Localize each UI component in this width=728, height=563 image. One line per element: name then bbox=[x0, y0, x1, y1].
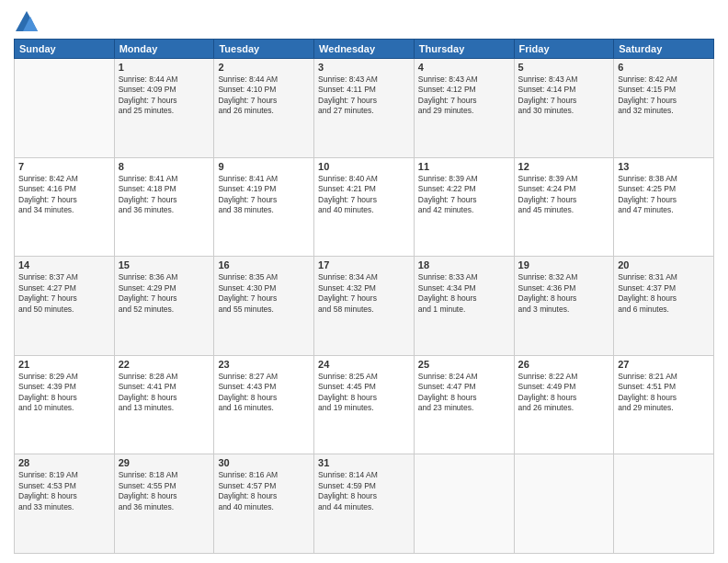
calendar-cell: 22Sunrise: 8:28 AM Sunset: 4:41 PM Dayli… bbox=[114, 355, 214, 454]
calendar-cell: 18Sunrise: 8:33 AM Sunset: 4:34 PM Dayli… bbox=[414, 257, 514, 356]
calendar-cell: 29Sunrise: 8:18 AM Sunset: 4:55 PM Dayli… bbox=[114, 454, 214, 554]
cell-info: Sunrise: 8:29 AM Sunset: 4:39 PM Dayligh… bbox=[18, 372, 110, 414]
calendar-cell: 8Sunrise: 8:41 AM Sunset: 4:18 PM Daylig… bbox=[114, 157, 214, 257]
header bbox=[14, 9, 714, 35]
cell-info: Sunrise: 8:43 AM Sunset: 4:14 PM Dayligh… bbox=[518, 75, 610, 117]
day-header-monday: Monday bbox=[114, 40, 214, 59]
calendar-cell: 20Sunrise: 8:31 AM Sunset: 4:37 PM Dayli… bbox=[614, 257, 714, 356]
cell-info: Sunrise: 8:25 AM Sunset: 4:45 PM Dayligh… bbox=[318, 372, 410, 414]
day-number: 7 bbox=[18, 161, 110, 172]
calendar-cell: 19Sunrise: 8:32 AM Sunset: 4:36 PM Dayli… bbox=[514, 257, 614, 356]
calendar-week-row: 14Sunrise: 8:37 AM Sunset: 4:27 PM Dayli… bbox=[15, 257, 714, 356]
day-header-tuesday: Tuesday bbox=[214, 40, 314, 59]
day-number: 14 bbox=[18, 259, 110, 270]
cell-info: Sunrise: 8:31 AM Sunset: 4:37 PM Dayligh… bbox=[618, 272, 710, 315]
calendar-cell: 13Sunrise: 8:38 AM Sunset: 4:25 PM Dayli… bbox=[614, 157, 714, 257]
day-header-friday: Friday bbox=[514, 40, 614, 59]
cell-info: Sunrise: 8:36 AM Sunset: 4:29 PM Dayligh… bbox=[119, 272, 210, 315]
cell-info: Sunrise: 8:22 AM Sunset: 4:49 PM Dayligh… bbox=[518, 372, 610, 414]
calendar-cell: 2Sunrise: 8:44 AM Sunset: 4:10 PM Daylig… bbox=[214, 59, 314, 158]
cell-info: Sunrise: 8:16 AM Sunset: 4:57 PM Dayligh… bbox=[218, 470, 310, 512]
calendar-cell bbox=[514, 454, 614, 554]
calendar-cell bbox=[414, 454, 514, 554]
day-number: 16 bbox=[218, 259, 310, 270]
cell-info: Sunrise: 8:41 AM Sunset: 4:19 PM Dayligh… bbox=[218, 174, 310, 216]
cell-info: Sunrise: 8:24 AM Sunset: 4:47 PM Dayligh… bbox=[418, 372, 510, 414]
day-header-wednesday: Wednesday bbox=[314, 40, 415, 59]
day-number: 31 bbox=[318, 457, 410, 468]
day-number: 27 bbox=[618, 359, 710, 370]
cell-info: Sunrise: 8:43 AM Sunset: 4:11 PM Dayligh… bbox=[318, 75, 410, 117]
day-number: 22 bbox=[119, 359, 210, 370]
day-number: 5 bbox=[518, 62, 610, 73]
day-number: 12 bbox=[518, 161, 610, 172]
calendar-cell: 4Sunrise: 8:43 AM Sunset: 4:12 PM Daylig… bbox=[414, 59, 514, 158]
day-number: 10 bbox=[318, 161, 410, 172]
calendar-cell: 28Sunrise: 8:19 AM Sunset: 4:53 PM Dayli… bbox=[15, 454, 115, 554]
calendar-week-row: 28Sunrise: 8:19 AM Sunset: 4:53 PM Dayli… bbox=[15, 454, 714, 554]
day-number: 29 bbox=[119, 457, 210, 468]
cell-info: Sunrise: 8:38 AM Sunset: 4:25 PM Dayligh… bbox=[618, 174, 710, 216]
cell-info: Sunrise: 8:44 AM Sunset: 4:09 PM Dayligh… bbox=[119, 75, 210, 117]
day-number: 3 bbox=[318, 62, 410, 73]
day-number: 2 bbox=[218, 62, 310, 73]
day-number: 30 bbox=[218, 457, 310, 468]
calendar-week-row: 7Sunrise: 8:42 AM Sunset: 4:16 PM Daylig… bbox=[15, 157, 714, 257]
cell-info: Sunrise: 8:33 AM Sunset: 4:34 PM Dayligh… bbox=[418, 272, 510, 315]
cell-info: Sunrise: 8:32 AM Sunset: 4:36 PM Dayligh… bbox=[518, 272, 610, 315]
calendar-cell bbox=[15, 59, 115, 158]
calendar-cell: 11Sunrise: 8:39 AM Sunset: 4:22 PM Dayli… bbox=[414, 157, 514, 257]
cell-info: Sunrise: 8:28 AM Sunset: 4:41 PM Dayligh… bbox=[119, 372, 210, 414]
day-number: 13 bbox=[618, 161, 710, 172]
calendar-cell: 6Sunrise: 8:42 AM Sunset: 4:15 PM Daylig… bbox=[614, 59, 714, 158]
calendar-cell: 23Sunrise: 8:27 AM Sunset: 4:43 PM Dayli… bbox=[214, 355, 314, 454]
day-number: 26 bbox=[518, 359, 610, 370]
day-number: 23 bbox=[218, 359, 310, 370]
cell-info: Sunrise: 8:39 AM Sunset: 4:22 PM Dayligh… bbox=[418, 174, 510, 216]
cell-info: Sunrise: 8:19 AM Sunset: 4:53 PM Dayligh… bbox=[18, 470, 110, 512]
day-number: 18 bbox=[418, 259, 510, 270]
cell-info: Sunrise: 8:27 AM Sunset: 4:43 PM Dayligh… bbox=[218, 372, 310, 414]
calendar-cell: 12Sunrise: 8:39 AM Sunset: 4:24 PM Dayli… bbox=[514, 157, 614, 257]
calendar-header-row: SundayMondayTuesdayWednesdayThursdayFrid… bbox=[15, 40, 714, 59]
calendar-cell: 26Sunrise: 8:22 AM Sunset: 4:49 PM Dayli… bbox=[514, 355, 614, 454]
day-header-thursday: Thursday bbox=[414, 40, 514, 59]
calendar-cell: 24Sunrise: 8:25 AM Sunset: 4:45 PM Dayli… bbox=[314, 355, 415, 454]
day-number: 8 bbox=[119, 161, 210, 172]
cell-info: Sunrise: 8:35 AM Sunset: 4:30 PM Dayligh… bbox=[218, 272, 310, 315]
calendar-cell: 15Sunrise: 8:36 AM Sunset: 4:29 PM Dayli… bbox=[114, 257, 214, 356]
cell-info: Sunrise: 8:44 AM Sunset: 4:10 PM Dayligh… bbox=[218, 75, 310, 117]
cell-info: Sunrise: 8:40 AM Sunset: 4:21 PM Dayligh… bbox=[318, 174, 410, 216]
day-header-saturday: Saturday bbox=[614, 40, 714, 59]
calendar-week-row: 21Sunrise: 8:29 AM Sunset: 4:39 PM Dayli… bbox=[15, 355, 714, 454]
calendar-cell: 31Sunrise: 8:14 AM Sunset: 4:59 PM Dayli… bbox=[314, 454, 415, 554]
cell-info: Sunrise: 8:14 AM Sunset: 4:59 PM Dayligh… bbox=[318, 470, 410, 512]
calendar-cell bbox=[614, 454, 714, 554]
day-number: 15 bbox=[119, 259, 210, 270]
cell-info: Sunrise: 8:18 AM Sunset: 4:55 PM Dayligh… bbox=[119, 470, 210, 512]
day-number: 4 bbox=[418, 62, 510, 73]
calendar-cell: 1Sunrise: 8:44 AM Sunset: 4:09 PM Daylig… bbox=[114, 59, 214, 158]
calendar-cell: 21Sunrise: 8:29 AM Sunset: 4:39 PM Dayli… bbox=[15, 355, 115, 454]
cell-info: Sunrise: 8:43 AM Sunset: 4:12 PM Dayligh… bbox=[418, 75, 510, 117]
calendar-cell: 10Sunrise: 8:40 AM Sunset: 4:21 PM Dayli… bbox=[314, 157, 415, 257]
day-number: 17 bbox=[318, 259, 410, 270]
calendar-cell: 9Sunrise: 8:41 AM Sunset: 4:19 PM Daylig… bbox=[214, 157, 314, 257]
calendar-cell: 5Sunrise: 8:43 AM Sunset: 4:14 PM Daylig… bbox=[514, 59, 614, 158]
day-number: 20 bbox=[618, 259, 710, 270]
calendar-week-row: 1Sunrise: 8:44 AM Sunset: 4:09 PM Daylig… bbox=[15, 59, 714, 158]
cell-info: Sunrise: 8:21 AM Sunset: 4:51 PM Dayligh… bbox=[618, 372, 710, 414]
day-header-sunday: Sunday bbox=[15, 40, 115, 59]
page: SundayMondayTuesdayWednesdayThursdayFrid… bbox=[0, 0, 728, 563]
calendar-cell: 25Sunrise: 8:24 AM Sunset: 4:47 PM Dayli… bbox=[414, 355, 514, 454]
day-number: 28 bbox=[18, 457, 110, 468]
calendar-table: SundayMondayTuesdayWednesdayThursdayFrid… bbox=[14, 39, 714, 554]
calendar-cell: 3Sunrise: 8:43 AM Sunset: 4:11 PM Daylig… bbox=[314, 59, 415, 158]
cell-info: Sunrise: 8:34 AM Sunset: 4:32 PM Dayligh… bbox=[318, 272, 410, 315]
calendar-cell: 16Sunrise: 8:35 AM Sunset: 4:30 PM Dayli… bbox=[214, 257, 314, 356]
calendar-cell: 17Sunrise: 8:34 AM Sunset: 4:32 PM Dayli… bbox=[314, 257, 415, 356]
cell-info: Sunrise: 8:37 AM Sunset: 4:27 PM Dayligh… bbox=[18, 272, 110, 315]
calendar-cell: 27Sunrise: 8:21 AM Sunset: 4:51 PM Dayli… bbox=[614, 355, 714, 454]
logo-icon bbox=[14, 9, 40, 35]
cell-info: Sunrise: 8:42 AM Sunset: 4:15 PM Dayligh… bbox=[618, 75, 710, 117]
